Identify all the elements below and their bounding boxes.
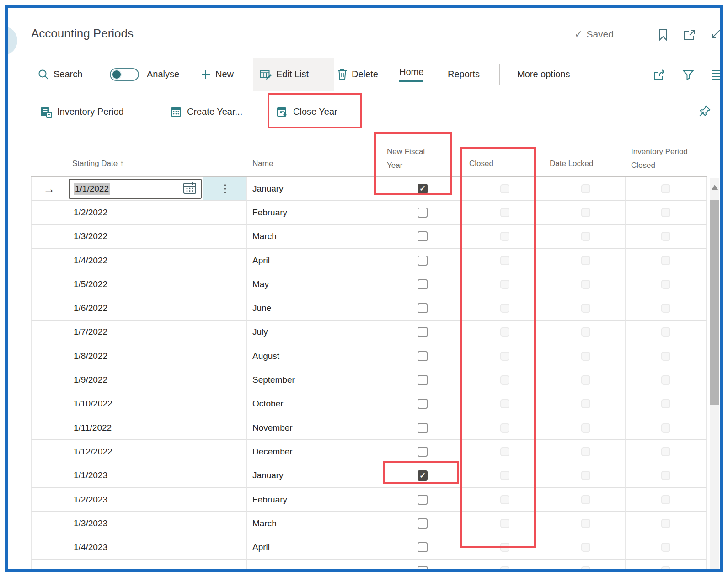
- new-fiscal-year-checkbox[interactable]: [418, 518, 428, 529]
- name-cell[interactable]: March: [247, 512, 382, 535]
- starting-date-field[interactable]: 1/7/2022: [67, 321, 203, 344]
- table-row[interactable]: → 1/2/2023 February: [31, 488, 707, 512]
- starting-date-cell[interactable]: 1/7/2022: [67, 321, 203, 344]
- table-row[interactable]: → 1/5/2022 May: [31, 272, 707, 296]
- search-button[interactable]: Search: [37, 58, 82, 91]
- new-button[interactable]: New: [200, 58, 234, 91]
- name-cell[interactable]: February: [247, 201, 382, 224]
- resize-icon[interactable]: [710, 28, 720, 40]
- row-menu-cell[interactable]: [203, 416, 247, 440]
- starting-date-cell[interactable]: 1/4/2022: [67, 249, 203, 272]
- toggle-switch-icon[interactable]: [110, 68, 139, 81]
- views-button[interactable]: [712, 58, 720, 91]
- name-cell[interactable]: [247, 560, 382, 569]
- starting-date-cell[interactable]: 1/1/2022: [67, 177, 203, 201]
- analyse-toggle[interactable]: Analyse: [110, 58, 179, 91]
- filter-button[interactable]: [682, 58, 694, 91]
- name-cell[interactable]: March: [247, 225, 382, 249]
- name-cell[interactable]: February: [247, 488, 382, 512]
- column-header-inventory-period-closed[interactable]: Inventory Period Closed: [631, 145, 688, 172]
- row-menu-cell[interactable]: [203, 249, 247, 272]
- name-cell[interactable]: January: [247, 177, 382, 201]
- row-menu-cell[interactable]: [203, 440, 247, 464]
- new-fiscal-year-checkbox[interactable]: [418, 279, 428, 289]
- create-year-button[interactable]: Create Year...: [170, 92, 242, 132]
- new-fiscal-year-checkbox[interactable]: [418, 542, 428, 552]
- column-header-date-locked[interactable]: Date Locked: [550, 159, 593, 168]
- row-menu-cell[interactable]: [203, 464, 247, 488]
- starting-date-cell[interactable]: 1/1/2023: [67, 464, 203, 488]
- starting-date-cell[interactable]: 1/2/2022: [67, 201, 203, 224]
- table-row[interactable]: → 1/12/2022 December: [31, 440, 707, 464]
- starting-date-field[interactable]: 1/6/2022: [67, 296, 203, 320]
- new-fiscal-year-checkbox[interactable]: [418, 447, 428, 457]
- name-cell[interactable]: January: [247, 464, 382, 488]
- starting-date-field[interactable]: 1/1/2023: [67, 464, 203, 487]
- name-cell[interactable]: August: [247, 344, 382, 368]
- table-row[interactable]: → 1/10/2022 October: [31, 392, 707, 416]
- starting-date-cell[interactable]: 1/3/2023: [67, 512, 203, 535]
- starting-date-field[interactable]: 1/10/2022: [67, 392, 203, 416]
- name-cell[interactable]: November: [247, 416, 382, 440]
- table-row[interactable]: →: [31, 560, 707, 569]
- starting-date-field[interactable]: 1/3/2023: [67, 512, 203, 535]
- starting-date-cell[interactable]: 1/4/2023: [67, 535, 203, 559]
- table-row[interactable]: → 1/7/2022 July: [31, 321, 707, 344]
- table-row[interactable]: → 1/3/2022 March: [31, 225, 707, 249]
- row-menu-cell[interactable]: [203, 272, 247, 296]
- row-menu-cell[interactable]: [203, 392, 247, 416]
- popout-icon[interactable]: [683, 29, 696, 40]
- starting-date-field[interactable]: 1/11/2022: [67, 416, 203, 439]
- new-fiscal-year-checkbox[interactable]: [418, 208, 428, 218]
- bookmark-icon[interactable]: [658, 28, 669, 41]
- new-fiscal-year-checkbox[interactable]: [418, 351, 428, 361]
- new-fiscal-year-checkbox[interactable]: [418, 375, 428, 385]
- starting-date-cell[interactable]: 1/3/2022: [67, 225, 203, 249]
- name-cell[interactable]: September: [247, 368, 382, 392]
- new-fiscal-year-checkbox[interactable]: [418, 495, 428, 505]
- table-row[interactable]: → 1/4/2023 April: [31, 535, 707, 559]
- row-menu-cell[interactable]: [203, 225, 247, 249]
- starting-date-cell[interactable]: 1/2/2023: [67, 488, 203, 512]
- starting-date-cell[interactable]: 1/9/2022: [67, 368, 203, 392]
- new-fiscal-year-checkbox[interactable]: [418, 566, 428, 569]
- name-cell[interactable]: December: [247, 440, 382, 464]
- table-row[interactable]: → 1/1/2022 January: [31, 177, 707, 201]
- starting-date-field[interactable]: 1/4/2023: [67, 535, 203, 559]
- starting-date-field[interactable]: 1/12/2022: [67, 440, 203, 463]
- calendar-icon[interactable]: [183, 182, 197, 196]
- row-menu-cell[interactable]: [203, 296, 247, 320]
- table-row[interactable]: → 1/2/2022 February: [31, 201, 707, 224]
- share-button[interactable]: [653, 58, 666, 91]
- table-row[interactable]: → 1/4/2022 April: [31, 249, 707, 272]
- row-menu-cell[interactable]: [203, 368, 247, 392]
- column-header-name[interactable]: Name: [252, 159, 273, 168]
- tab-home[interactable]: Home: [399, 58, 423, 91]
- starting-date-field[interactable]: 1/1/2022: [69, 179, 202, 199]
- table-row[interactable]: → 1/9/2022 September: [31, 368, 707, 392]
- starting-date-cell[interactable]: [67, 560, 203, 569]
- name-cell[interactable]: May: [247, 272, 382, 296]
- starting-date-field[interactable]: 1/2/2023: [67, 488, 203, 511]
- starting-date-cell[interactable]: 1/5/2022: [67, 272, 203, 296]
- name-cell[interactable]: June: [247, 296, 382, 320]
- column-header-starting-date[interactable]: Starting Date ↑: [72, 159, 123, 168]
- new-fiscal-year-checkbox[interactable]: [418, 423, 428, 433]
- inventory-period-button[interactable]: Inventory Period: [40, 92, 124, 132]
- new-fiscal-year-checkbox[interactable]: [418, 303, 428, 313]
- edit-list-button[interactable]: Edit List: [253, 58, 334, 91]
- row-menu-cell[interactable]: [203, 177, 247, 201]
- starting-date-field[interactable]: 1/5/2022: [67, 272, 203, 296]
- scrollbar-thumb[interactable]: [710, 200, 719, 405]
- table-row[interactable]: → 1/8/2022 August: [31, 344, 707, 368]
- tab-reports[interactable]: Reports: [448, 58, 480, 91]
- starting-date-field[interactable]: [67, 560, 203, 569]
- new-fiscal-year-checkbox[interactable]: [418, 327, 428, 337]
- scrollbar-up-icon[interactable]: [712, 185, 718, 190]
- starting-date-cell[interactable]: 1/12/2022: [67, 440, 203, 464]
- table-row[interactable]: → 1/3/2023 March: [31, 512, 707, 535]
- new-fiscal-year-checkbox[interactable]: [418, 231, 428, 241]
- row-menu-cell[interactable]: [203, 535, 247, 559]
- more-options-button[interactable]: More options: [517, 58, 570, 91]
- row-menu-cell[interactable]: [203, 560, 247, 569]
